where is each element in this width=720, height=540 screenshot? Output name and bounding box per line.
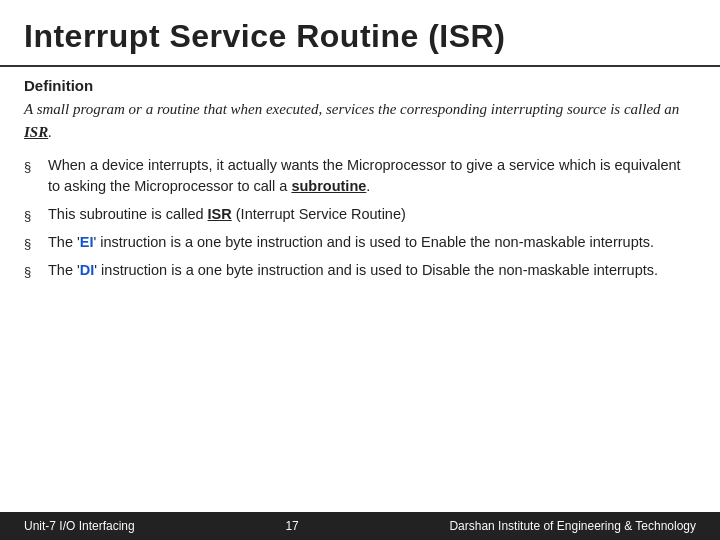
- definition-text-part1: A small program or a routine that when e…: [24, 101, 679, 117]
- footer-left: Unit-7 I/O Interfacing: [24, 519, 135, 533]
- di-instruction: DI: [80, 262, 95, 278]
- definition-label: Definition: [24, 77, 696, 94]
- footer-right: Darshan Institute of Engineering & Techn…: [449, 519, 696, 533]
- bullet-icon-4: §: [24, 262, 42, 282]
- slide-footer: Unit-7 I/O Interfacing 17 Darshan Instit…: [0, 512, 720, 540]
- bullet-icon-1: §: [24, 157, 42, 177]
- subroutine-link: subroutine: [291, 178, 366, 194]
- slide-header: Interrupt Service Routine (ISR): [0, 0, 720, 67]
- slide-content: Definition A small program or a routine …: [0, 67, 720, 512]
- bullet-text-2: This subroutine is called ISR (Interrupt…: [48, 204, 696, 226]
- bullet-item-2: § This subroutine is called ISR (Interru…: [24, 204, 696, 226]
- definition-text: A small program or a routine that when e…: [24, 98, 696, 145]
- bullet-text-1: When a device interrupts, it actually wa…: [48, 155, 696, 199]
- bullet-item-3: § The 'EI' instruction is a one byte ins…: [24, 232, 696, 254]
- definition-text-part2: .: [48, 124, 52, 140]
- bullet-item-1: § When a device interrupts, it actually …: [24, 155, 696, 199]
- bullet-text-4: The 'DI' instruction is a one byte instr…: [48, 260, 696, 282]
- isr-underline: ISR: [208, 206, 232, 222]
- slide: Interrupt Service Routine (ISR) Definiti…: [0, 0, 720, 540]
- ei-instruction: EI: [80, 234, 94, 250]
- bullet-icon-3: §: [24, 234, 42, 254]
- slide-title: Interrupt Service Routine (ISR): [24, 18, 696, 55]
- footer-page: 17: [285, 519, 298, 533]
- bullet-list: § When a device interrupts, it actually …: [24, 155, 696, 282]
- isr-link: ISR: [24, 124, 48, 140]
- bullet-icon-2: §: [24, 206, 42, 226]
- bullet-item-4: § The 'DI' instruction is a one byte ins…: [24, 260, 696, 282]
- bullet-text-3: The 'EI' instruction is a one byte instr…: [48, 232, 696, 254]
